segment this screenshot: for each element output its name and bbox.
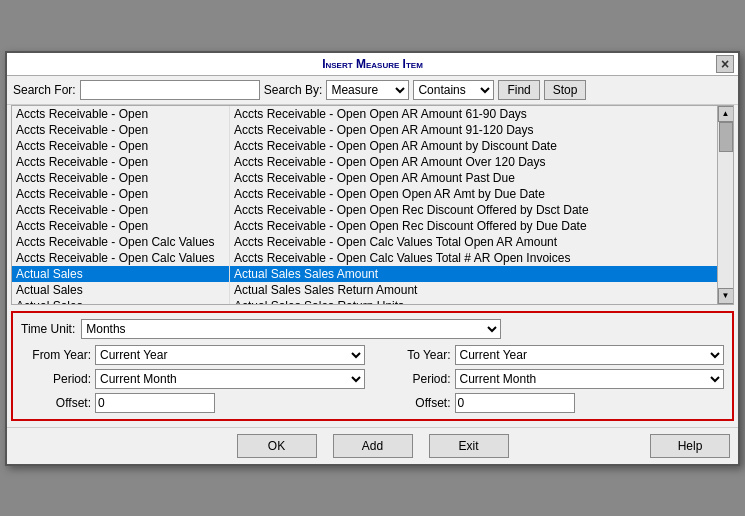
list-row[interactable]: Accts Receivable - OpenAccts Receivable …	[12, 202, 717, 218]
list-cell-right: Accts Receivable - Open Calc Values Tota…	[230, 250, 717, 266]
list-cell-right: Accts Receivable - Open Open AR Amount 6…	[230, 106, 717, 122]
from-period-select[interactable]: Current Month Prior Month Next Month	[95, 369, 365, 389]
time-section: Time Unit: Months Weeks Days Years Quart…	[11, 311, 734, 421]
find-button[interactable]: Find	[498, 80, 539, 100]
time-unit-select[interactable]: Months Weeks Days Years Quarters	[81, 319, 501, 339]
scroll-down-arrow[interactable]: ▼	[718, 288, 734, 304]
list-row[interactable]: Accts Receivable - OpenAccts Receivable …	[12, 154, 717, 170]
list-cell-right: Accts Receivable - Open Open AR Amount b…	[230, 138, 717, 154]
list-cell-right: Accts Receivable - Open Open AR Amount P…	[230, 170, 717, 186]
list-row[interactable]: Actual SalesActual Sales Sales Return Am…	[12, 282, 717, 298]
to-period-row: Period: Current Month Prior Month Next M…	[381, 369, 725, 389]
scroll-thumb[interactable]	[719, 122, 733, 152]
list-cell-left: Actual Sales	[12, 282, 230, 298]
list-scrollbar[interactable]: ▲ ▼	[717, 106, 733, 304]
from-period-row: Period: Current Month Prior Month Next M…	[21, 369, 365, 389]
bottom-buttons: OK Add Exit Help	[7, 427, 738, 464]
stop-button[interactable]: Stop	[544, 80, 587, 100]
search-by-select[interactable]: Measure Description	[326, 80, 409, 100]
search-by-label: Search By:	[264, 83, 323, 97]
list-row[interactable]: Accts Receivable - OpenAccts Receivable …	[12, 218, 717, 234]
exit-button[interactable]: Exit	[429, 434, 509, 458]
list-cell-left: Accts Receivable - Open	[12, 202, 230, 218]
list-cell-left: Accts Receivable - Open	[12, 218, 230, 234]
list-cell-right: Accts Receivable - Open Calc Values Tota…	[230, 234, 717, 250]
to-year-label: To Year:	[381, 348, 451, 362]
list-cell-right: Accts Receivable - Open Open Rec Discoun…	[230, 218, 717, 234]
insert-measure-dialog: Insert Measure Item × Search For: Search…	[5, 51, 740, 466]
list-row[interactable]: Accts Receivable - OpenAccts Receivable …	[12, 186, 717, 202]
list-cell-right: Actual Sales Sales Amount	[230, 266, 717, 282]
list-rows-container: Accts Receivable - OpenAccts Receivable …	[12, 106, 717, 304]
list-row[interactable]: Accts Receivable - Open Calc ValuesAccts…	[12, 250, 717, 266]
time-unit-row: Time Unit: Months Weeks Days Years Quart…	[21, 319, 724, 339]
ok-button[interactable]: OK	[237, 434, 317, 458]
list-cell-right: Actual Sales Sales Return Units	[230, 298, 717, 304]
list-cell-left: Accts Receivable - Open	[12, 138, 230, 154]
list-row[interactable]: Actual SalesActual Sales Sales Amount	[12, 266, 717, 282]
to-params-col: To Year: Current Year Prior Year Next Ye…	[381, 345, 725, 413]
list-area: Accts Receivable - OpenAccts Receivable …	[11, 105, 734, 305]
to-offset-label: Offset:	[381, 396, 451, 410]
time-unit-label: Time Unit:	[21, 322, 75, 336]
list-cell-right: Accts Receivable - Open Open Open AR Amt…	[230, 186, 717, 202]
search-for-label: Search For:	[13, 83, 76, 97]
contains-select[interactable]: Contains Starts With Equals	[413, 80, 494, 100]
from-year-label: From Year:	[21, 348, 91, 362]
list-cell-left: Accts Receivable - Open	[12, 170, 230, 186]
list-row[interactable]: Accts Receivable - OpenAccts Receivable …	[12, 138, 717, 154]
scroll-up-arrow[interactable]: ▲	[718, 106, 734, 122]
from-period-label: Period:	[21, 372, 91, 386]
to-offset-row: Offset:	[381, 393, 725, 413]
list-cell-left: Accts Receivable - Open	[12, 186, 230, 202]
from-offset-row: Offset:	[21, 393, 365, 413]
list-row[interactable]: Actual SalesActual Sales Sales Return Un…	[12, 298, 717, 304]
time-params: From Year: Current Year Prior Year Next …	[21, 345, 724, 413]
list-cell-right: Accts Receivable - Open Open Rec Discoun…	[230, 202, 717, 218]
close-button[interactable]: ×	[716, 55, 734, 73]
list-cell-left: Actual Sales	[12, 266, 230, 282]
add-button[interactable]: Add	[333, 434, 413, 458]
to-offset-input[interactable]	[455, 393, 575, 413]
list-row[interactable]: Accts Receivable - OpenAccts Receivable …	[12, 122, 717, 138]
list-cell-left: Accts Receivable - Open	[12, 122, 230, 138]
list-cell-right: Accts Receivable - Open Open AR Amount 9…	[230, 122, 717, 138]
search-bar: Search For: Search By: Measure Descripti…	[7, 76, 738, 105]
list-cell-left: Accts Receivable - Open Calc Values	[12, 250, 230, 266]
list-cell-left: Accts Receivable - Open Calc Values	[12, 234, 230, 250]
list-row[interactable]: Accts Receivable - OpenAccts Receivable …	[12, 106, 717, 122]
from-offset-label: Offset:	[21, 396, 91, 410]
to-period-select[interactable]: Current Month Prior Month Next Month	[455, 369, 725, 389]
scroll-track	[718, 122, 734, 288]
list-cell-left: Accts Receivable - Open	[12, 106, 230, 122]
help-button[interactable]: Help	[650, 434, 730, 458]
dialog-title: Insert Measure Item	[322, 57, 423, 71]
from-year-row: From Year: Current Year Prior Year Next …	[21, 345, 365, 365]
search-input[interactable]	[80, 80, 260, 100]
from-params-col: From Year: Current Year Prior Year Next …	[21, 345, 365, 413]
list-cell-left: Actual Sales	[12, 298, 230, 304]
title-bar: Insert Measure Item ×	[7, 53, 738, 76]
list-cell-left: Accts Receivable - Open	[12, 154, 230, 170]
from-offset-input[interactable]	[95, 393, 215, 413]
to-period-label: Period:	[381, 372, 451, 386]
list-cell-right: Accts Receivable - Open Open AR Amount O…	[230, 154, 717, 170]
list-row[interactable]: Accts Receivable - OpenAccts Receivable …	[12, 170, 717, 186]
to-year-row: To Year: Current Year Prior Year Next Ye…	[381, 345, 725, 365]
from-year-select[interactable]: Current Year Prior Year Next Year	[95, 345, 365, 365]
list-row[interactable]: Accts Receivable - Open Calc ValuesAccts…	[12, 234, 717, 250]
to-year-select[interactable]: Current Year Prior Year Next Year	[455, 345, 725, 365]
list-cell-right: Actual Sales Sales Return Amount	[230, 282, 717, 298]
